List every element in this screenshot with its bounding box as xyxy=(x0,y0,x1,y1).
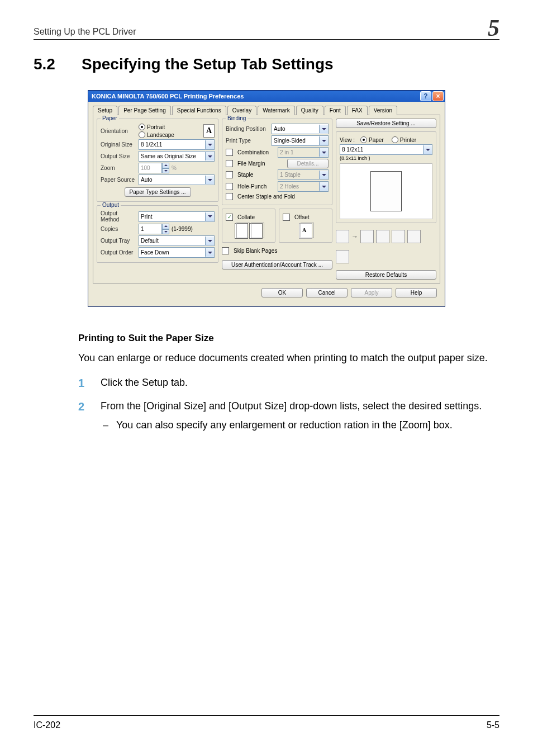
intro-paragraph: You can enlarge or reduce documents crea… xyxy=(78,351,499,365)
chevron-down-icon xyxy=(319,136,328,145)
skip-blank-checkbox[interactable] xyxy=(222,247,229,254)
output-tray-value: Default xyxy=(139,238,205,244)
output-size-select[interactable]: Same as Original Size xyxy=(139,151,215,162)
restore-defaults-button[interactable]: Restore Defaults xyxy=(336,270,436,280)
tab-overlay[interactable]: Overlay xyxy=(227,106,256,115)
titlebar-close-button[interactable]: × xyxy=(432,91,444,101)
help-button[interactable]: Help xyxy=(396,288,437,297)
apply-button: Apply xyxy=(351,288,392,297)
binding-position-label: Binding Position xyxy=(226,126,269,132)
cancel-button[interactable]: Cancel xyxy=(306,288,348,297)
copies-value: 1 xyxy=(141,226,144,232)
original-size-select[interactable]: 8 1/2x11 xyxy=(139,139,215,150)
orientation-landscape-radio[interactable]: Landscape xyxy=(139,131,199,138)
combination-label: Combination xyxy=(237,149,275,155)
output-size-value: Same as Original Size xyxy=(139,153,205,159)
staple-select: 1 Staple xyxy=(278,169,329,180)
combination-select: 2 in 1 xyxy=(278,147,329,158)
file-margin-details-button: Details... xyxy=(287,159,329,168)
tab-special-functions[interactable]: Special Functions xyxy=(172,106,226,115)
holepunch-label: Hole-Punch xyxy=(237,183,275,190)
combination-checkbox[interactable] xyxy=(226,149,233,156)
subsection-heading: Printing to Suit the Paper Size xyxy=(78,333,499,344)
output-order-value: Face Down xyxy=(139,249,205,256)
info-icon xyxy=(392,230,405,243)
ok-button[interactable]: OK xyxy=(261,288,303,297)
offset-checkbox[interactable] xyxy=(283,214,290,221)
paper-group: Paper Orientation Portrait Landscape A xyxy=(97,119,218,202)
tab-version[interactable]: Version xyxy=(369,106,397,115)
chevron-down-icon xyxy=(205,237,214,245)
tab-font[interactable]: Font xyxy=(325,106,346,115)
paper-type-settings-button[interactable]: Paper Type Settings ... xyxy=(125,187,191,197)
step-2: From the [Original Size] and [Output Siz… xyxy=(78,399,499,432)
offset-illustration: A xyxy=(283,223,329,239)
tab-fax[interactable]: FAX xyxy=(347,106,368,115)
view-group: View : Paper Printer 8 1/2x11 (8.5x11 in… xyxy=(336,131,436,223)
center-staple-checkbox[interactable] xyxy=(226,193,233,200)
chevron-down-icon xyxy=(319,171,328,179)
staple-value: 1 Staple xyxy=(278,172,319,178)
user-auth-button[interactable]: User Authentication/Account Track ... xyxy=(222,260,332,270)
chevron-down-icon xyxy=(319,182,328,191)
collate-checkbox[interactable] xyxy=(226,214,233,221)
info-icons-row: → xyxy=(336,230,436,243)
file-margin-label: File Margin xyxy=(237,160,285,167)
view-paper-label: Paper xyxy=(369,137,384,143)
paper-source-select[interactable]: Auto xyxy=(139,174,215,185)
info-icon xyxy=(336,230,349,243)
holepunch-select: 2 Holes xyxy=(278,181,329,192)
staple-checkbox[interactable] xyxy=(226,171,233,178)
output-method-value: Print xyxy=(139,214,205,220)
output-legend: Output xyxy=(101,202,121,208)
preview-size-value: 8 1/2x11 xyxy=(340,147,423,153)
output-tray-select[interactable]: Default xyxy=(139,235,215,246)
tab-per-page-setting[interactable]: Per Page Setting xyxy=(118,106,171,115)
print-type-select[interactable]: Single-Sided xyxy=(272,135,329,146)
original-size-value: 8 1/2x11 xyxy=(139,141,205,148)
view-label: View : xyxy=(340,137,355,143)
titlebar-help-button[interactable]: ? xyxy=(420,91,431,101)
file-margin-checkbox[interactable] xyxy=(226,160,233,167)
step-1: Click the Setup tab. xyxy=(78,375,499,390)
chevron-down-icon xyxy=(205,152,214,160)
section-heading: 5.2Specifying the Setup Tab Settings xyxy=(34,55,499,73)
combination-value: 2 in 1 xyxy=(278,149,319,155)
printer-status-icon-row xyxy=(336,250,436,263)
section-number: 5.2 xyxy=(34,55,82,73)
view-printer-radio[interactable]: Printer xyxy=(392,136,416,143)
paper-legend: Paper xyxy=(101,115,119,121)
arrow-icon: → xyxy=(351,233,358,240)
save-restore-button[interactable]: Save/Restore Setting ... xyxy=(336,119,436,128)
copies-spinner[interactable]: 1 xyxy=(139,224,169,234)
printer-status-icon xyxy=(336,250,349,263)
output-order-select[interactable]: Face Down xyxy=(139,247,215,258)
tab-setup[interactable]: Setup xyxy=(93,106,117,115)
chevron-down-icon xyxy=(205,140,214,149)
running-head: Setting Up the PCL Driver xyxy=(34,27,136,36)
copies-label: Copies xyxy=(101,226,136,232)
zoom-unit: % xyxy=(172,165,177,171)
copies-range: (1-9999) xyxy=(172,226,193,232)
binding-legend: Binding xyxy=(226,115,248,121)
collate-label: Collate xyxy=(237,214,255,220)
tab-watermark[interactable]: Watermark xyxy=(258,106,295,115)
dialog-titlebar: KONICA MINOLTA 750/600 PCL Printing Pref… xyxy=(88,91,445,102)
preview-size-select[interactable]: 8 1/2x11 xyxy=(340,144,432,155)
view-paper-radio[interactable]: Paper xyxy=(360,136,384,143)
tab-quality[interactable]: Quality xyxy=(296,106,323,115)
paper-source-label: Paper Source xyxy=(101,177,136,183)
info-icon xyxy=(407,230,421,243)
footer-right: 5-5 xyxy=(487,720,499,730)
binding-position-select[interactable]: Auto xyxy=(272,124,329,134)
footer-rule xyxy=(34,715,499,716)
collate-illustration xyxy=(226,223,272,239)
original-size-label: Original Size xyxy=(101,141,136,148)
chevron-down-icon xyxy=(319,125,328,133)
print-type-value: Single-Sided xyxy=(272,138,319,144)
output-method-select[interactable]: Print xyxy=(139,211,215,222)
orientation-portrait-radio[interactable]: Portrait xyxy=(139,124,199,130)
step-2-text: From the [Original Size] and [Output Siz… xyxy=(101,400,482,412)
holepunch-checkbox[interactable] xyxy=(226,183,233,190)
holepunch-value: 2 Holes xyxy=(278,183,319,190)
